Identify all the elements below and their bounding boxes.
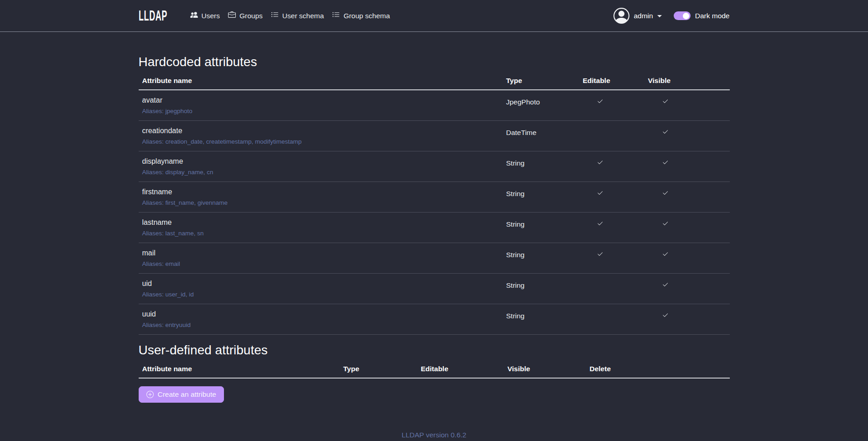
visible-check-icon: [662, 312, 669, 320]
user-menu-dropdown[interactable]: admin: [613, 8, 661, 24]
version-text: LLDAP version 0.6.2: [139, 431, 730, 439]
attribute-aliases: Aliases: first_name, givenname: [142, 198, 499, 208]
editable-check-icon: [597, 190, 603, 198]
table-header-row: Attribute name Type Editable Visible: [139, 73, 730, 90]
column-header-type: Type: [503, 73, 579, 90]
hardcoded-table-body: avatar Aliases: jpegphoto JpegPhoto crea…: [139, 90, 730, 335]
attribute-name: uuid: [142, 309, 499, 320]
visible-check-icon: [662, 282, 669, 290]
toggle-knob: [683, 13, 689, 19]
dark-mode-toggle[interactable]: [674, 11, 691, 20]
list-icon: [271, 11, 279, 21]
attribute-name: lastname: [142, 217, 499, 228]
nav-item-label: Group schema: [343, 12, 390, 20]
column-header-attribute-name: Attribute name: [139, 361, 340, 378]
table-row: firstname Aliases: first_name, givenname…: [139, 182, 730, 213]
nav-item-label: User schema: [282, 12, 324, 20]
editable-check-icon: [597, 99, 603, 106]
table-row: uuid Aliases: entryuuid String: [139, 304, 730, 335]
attribute-aliases: Aliases: user_id, id: [142, 290, 499, 299]
visible-check-icon: [662, 99, 669, 106]
page-footer: LLDAP version 0.6.2: [139, 431, 730, 441]
table-row: displayname Aliases: display_name, cn St…: [139, 151, 730, 182]
dark-mode-label: Dark mode: [695, 12, 730, 20]
attribute-type: String: [503, 304, 579, 335]
attribute-type: String: [503, 274, 579, 304]
attribute-name: firstname: [142, 187, 499, 197]
attribute-aliases: Aliases: jpegphoto: [142, 106, 499, 116]
nav-item-users[interactable]: Users: [186, 7, 224, 24]
visible-check-icon: [662, 129, 669, 137]
attribute-type: JpegPhoto: [503, 90, 579, 121]
nav-item-label: Groups: [239, 12, 263, 20]
main-content: Hardcoded attributes Attribute name Type…: [133, 32, 735, 441]
create-attribute-label: Create an attribute: [158, 390, 216, 399]
attribute-aliases: Aliases: display_name, cn: [142, 167, 499, 177]
list-icon: [332, 11, 340, 21]
create-attribute-button[interactable]: Create an attribute: [139, 386, 224, 403]
brand-logo[interactable]: LLDAP: [139, 8, 169, 24]
top-navbar: LLDAP Users Groups User schema: [0, 0, 868, 32]
editable-check-icon: [597, 221, 603, 228]
chevron-down-icon: [657, 15, 662, 17]
editable-check-icon: [597, 251, 603, 259]
attribute-name: creationdate: [142, 125, 499, 136]
editable-check-icon: [597, 160, 603, 167]
people-icon: [190, 11, 198, 21]
attribute-name: displayname: [142, 156, 499, 167]
visible-check-icon: [662, 160, 669, 167]
column-header-type: Type: [340, 361, 417, 378]
attribute-aliases: Aliases: last_name, sn: [142, 228, 499, 238]
attribute-type: String: [503, 182, 579, 213]
column-header-delete: Delete: [586, 361, 730, 378]
table-header-row: Attribute name Type Editable Visible Del…: [139, 361, 730, 378]
column-header-visible: Visible: [504, 361, 586, 378]
user-defined-attributes-title: User-defined attributes: [139, 335, 730, 358]
attribute-aliases: Aliases: entryuuid: [142, 320, 499, 330]
attribute-name: avatar: [142, 95, 499, 106]
table-row: lastname Aliases: last_name, sn String: [139, 213, 730, 243]
hardcoded-attributes-title: Hardcoded attributes: [139, 32, 730, 69]
attribute-name: mail: [142, 248, 499, 259]
visible-check-icon: [662, 251, 669, 259]
table-row: mail Aliases: email String: [139, 243, 730, 274]
person-circle-icon: [613, 8, 629, 24]
table-row: avatar Aliases: jpegphoto JpegPhoto: [139, 90, 730, 121]
column-header-editable: Editable: [417, 361, 504, 378]
nav-item-user-schema[interactable]: User schema: [267, 7, 328, 24]
table-row: creationdate Aliases: creation_date, cre…: [139, 121, 730, 151]
nav-item-groups[interactable]: Groups: [224, 7, 267, 24]
attribute-aliases: Aliases: creation_date, createtimestamp,…: [142, 137, 499, 146]
briefcase-icon: [228, 11, 236, 21]
user-defined-attributes-table: Attribute name Type Editable Visible Del…: [139, 361, 730, 379]
nav-item-label: Users: [202, 12, 220, 20]
column-header-attribute-name: Attribute name: [139, 73, 503, 90]
column-header-visible: Visible: [645, 73, 730, 90]
table-row: uid Aliases: user_id, id String: [139, 274, 730, 304]
attribute-type: String: [503, 213, 579, 243]
main-nav: Users Groups User schema Group schema: [186, 7, 394, 24]
attribute-type: DateTime: [503, 121, 579, 151]
hardcoded-attributes-table: Attribute name Type Editable Visible ava…: [139, 73, 730, 335]
user-name: admin: [634, 12, 653, 20]
visible-check-icon: [662, 190, 669, 198]
attribute-name: uid: [142, 278, 499, 289]
plus-circle-icon: [146, 391, 154, 398]
attribute-type: String: [503, 243, 579, 274]
attribute-type: String: [503, 151, 579, 182]
nav-item-group-schema[interactable]: Group schema: [328, 7, 394, 24]
visible-check-icon: [662, 221, 669, 228]
column-header-editable: Editable: [579, 73, 645, 90]
attribute-aliases: Aliases: email: [142, 259, 499, 269]
